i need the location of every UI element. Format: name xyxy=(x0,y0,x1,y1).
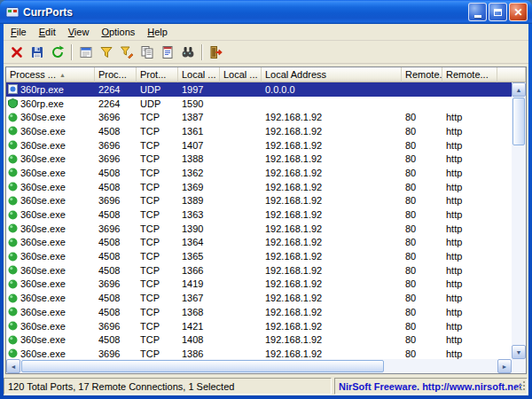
process-icon xyxy=(8,84,18,94)
cell: 192.168.1.92 xyxy=(262,195,402,206)
table-row[interactable]: 360se.exe3696TCP1388192.168.1.9280http xyxy=(6,152,512,166)
table-row[interactable]: 360se.exe4508TCP1368192.168.1.9280http xyxy=(6,305,512,319)
scroll-right-button[interactable]: ► xyxy=(497,359,512,373)
table-row[interactable]: 360se.exe4508TCP1366192.168.1.9280http xyxy=(6,263,512,278)
cell: 80 xyxy=(402,251,442,262)
advanced-filter-icon xyxy=(120,45,134,59)
cell: TCP xyxy=(137,334,178,345)
horizontal-scrollbar[interactable]: ◄ ► xyxy=(6,359,512,373)
save-button[interactable] xyxy=(27,43,47,62)
cell: 1419 xyxy=(178,278,220,289)
horizontal-scroll-track[interactable] xyxy=(20,359,497,373)
cell: 192.168.1.92 xyxy=(262,293,402,303)
cell: 80 xyxy=(402,334,442,345)
cell: 1389 xyxy=(178,195,220,206)
cell: 1997 xyxy=(178,84,220,95)
table-row[interactable]: 360se.exe3696TCP1386192.168.1.9280http xyxy=(6,347,512,359)
table-row[interactable]: 360se.exe4508TCP1363192.168.1.9280http xyxy=(6,207,512,222)
report-button[interactable] xyxy=(157,43,177,62)
vertical-scroll-thumb[interactable] xyxy=(512,98,525,145)
cell: 80 xyxy=(402,307,442,317)
cell: 2264 xyxy=(95,84,137,95)
close-button[interactable]: ✕ xyxy=(509,3,528,21)
exit-icon xyxy=(209,45,223,59)
menu-edit[interactable]: Edit xyxy=(33,25,62,40)
cell: 2264 xyxy=(95,98,137,109)
menu-help[interactable]: Help xyxy=(141,25,174,40)
title-bar[interactable]: CurrPorts ✕ xyxy=(0,0,532,24)
find-button[interactable] xyxy=(177,43,198,62)
menu-bar: FileEditViewOptionsHelp xyxy=(4,24,528,41)
cell-process-name: 360se.exe xyxy=(6,348,95,359)
cell-process-name: 360se.exe xyxy=(6,140,95,151)
table-row[interactable]: 360se.exe3696TCP1390192.168.1.9280http xyxy=(6,222,512,236)
cell: 80 xyxy=(402,348,442,359)
vertical-scroll-track[interactable] xyxy=(512,97,526,345)
resize-grip-icon[interactable] xyxy=(515,380,526,393)
column-header-label: Process ... xyxy=(10,69,56,80)
filter-button[interactable] xyxy=(96,43,116,62)
column-header-label: Remote... xyxy=(446,69,489,80)
table-row[interactable]: 360se.exe4508TCP1369192.168.1.9280http xyxy=(6,180,512,194)
copy-button[interactable] xyxy=(137,43,157,62)
column-header-5[interactable]: Local Address xyxy=(262,67,402,82)
column-header-7[interactable]: Remote... xyxy=(442,67,497,82)
vertical-scrollbar[interactable]: ▲ ▼ xyxy=(512,82,526,359)
table-row[interactable]: 360rp.exe2264UDP1590 xyxy=(6,97,512,111)
cell: 80 xyxy=(402,237,442,247)
menu-view[interactable]: View xyxy=(62,25,96,40)
table-row[interactable]: 360se.exe3696TCP1407192.168.1.9280http xyxy=(6,138,512,153)
table-row[interactable]: 360se.exe4508TCP1361192.168.1.9280http xyxy=(6,124,512,138)
refresh-button[interactable] xyxy=(47,43,67,62)
cell-process-name: 360rp.exe xyxy=(6,84,95,95)
table-row[interactable]: 360se.exe3696TCP1421192.168.1.9280http xyxy=(6,319,512,333)
cell-process-name: 360se.exe xyxy=(6,278,95,289)
table-row[interactable]: 360se.exe3696TCP1419192.168.1.9280http xyxy=(6,278,512,292)
table-row[interactable]: 360se.exe3696TCP1389192.168.1.9280http xyxy=(6,194,512,208)
cell-process-name: 360se.exe xyxy=(6,251,95,262)
cell: 4508 xyxy=(95,168,137,178)
column-header-1[interactable]: Proc... xyxy=(95,67,137,82)
maximize-button[interactable] xyxy=(489,3,507,21)
scroll-left-button[interactable]: ◄ xyxy=(6,359,20,373)
menu-file[interactable]: File xyxy=(4,25,33,40)
toolbar-separator xyxy=(71,44,72,60)
column-header-6[interactable]: Remote... xyxy=(402,67,442,82)
column-header-0[interactable]: Process ...▲ xyxy=(6,67,95,82)
close-connection-button[interactable] xyxy=(6,43,27,62)
process-icon xyxy=(8,279,18,289)
table-row[interactable]: 360se.exe4508TCP1367192.168.1.9280http xyxy=(6,291,512,305)
scroll-up-button[interactable]: ▲ xyxy=(512,82,526,97)
horizontal-scroll-thumb[interactable] xyxy=(21,360,384,372)
report-icon xyxy=(160,45,175,59)
column-header-4[interactable]: Local ... xyxy=(220,67,262,82)
table-row[interactable]: 360se.exe4508TCP1362192.168.1.9280http xyxy=(6,166,512,180)
table-row[interactable]: 360se.exe4508TCP1365192.168.1.9280http xyxy=(6,249,512,263)
find-icon xyxy=(181,45,195,59)
status-summary: 120 Total Ports, 17 Remote Connections, … xyxy=(4,378,332,395)
cell-process-name: 360se.exe xyxy=(6,237,95,247)
table-row[interactable]: 360se.exe4508TCP1364192.168.1.9280http xyxy=(6,236,512,250)
scroll-down-button[interactable]: ▼ xyxy=(512,345,526,359)
cell: 4508 xyxy=(95,237,137,247)
column-header-2[interactable]: Prot... xyxy=(137,67,178,82)
cell: TCP xyxy=(137,140,178,151)
cell: http xyxy=(442,348,497,359)
process-icon xyxy=(8,252,18,262)
properties-button[interactable] xyxy=(75,43,96,62)
cell: http xyxy=(442,182,497,192)
cell: 4508 xyxy=(95,334,137,345)
nirsoft-link[interactable]: NirSoft Freeware. http://www.nirsoft.net xyxy=(339,381,522,392)
table-row[interactable]: 360rp.exe2264UDP19970.0.0.0 xyxy=(6,82,512,97)
cell: http xyxy=(442,112,497,122)
advanced-filter-button[interactable] xyxy=(116,43,137,62)
menu-options[interactable]: Options xyxy=(95,25,141,40)
table-row[interactable]: 360se.exe3696TCP1387192.168.1.9280http xyxy=(6,110,512,124)
column-header-3[interactable]: Local ... xyxy=(178,67,220,82)
minimize-button[interactable] xyxy=(468,3,487,21)
table-body: 360rp.exe2264UDP19970.0.0.0360rp.exe2264… xyxy=(6,82,512,359)
table-row[interactable]: 360se.exe4508TCP1408192.168.1.9280http xyxy=(6,332,512,347)
cell: http xyxy=(442,126,497,137)
exit-button[interactable] xyxy=(206,43,226,62)
cell: 4508 xyxy=(95,126,137,137)
